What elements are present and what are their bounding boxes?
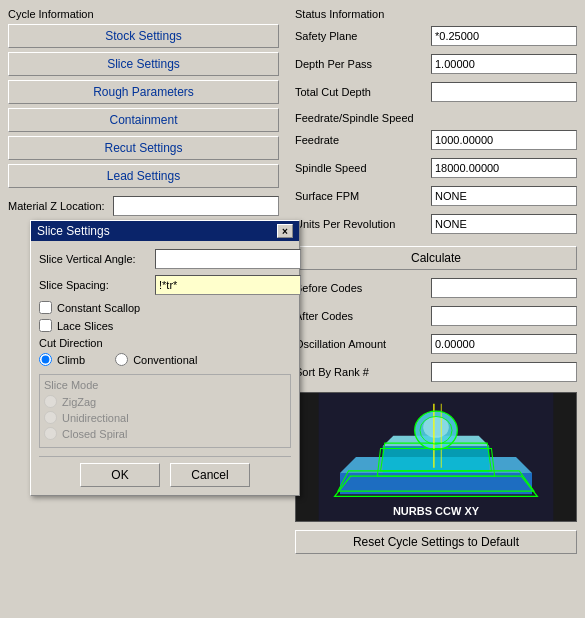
material-z-input[interactable] bbox=[113, 196, 279, 216]
feedrate-spindle-label: Feedrate/Spindle Speed bbox=[295, 112, 577, 124]
cut-direction-label: Cut Direction bbox=[39, 337, 291, 349]
total-cut-depth-input[interactable] bbox=[431, 82, 577, 102]
slice-vertical-angle-label: Slice Vertical Angle: bbox=[39, 253, 149, 265]
conventional-label: Conventional bbox=[133, 354, 197, 366]
before-codes-label: Before Codes bbox=[295, 282, 425, 294]
svg-marker-3 bbox=[383, 446, 490, 473]
slice-spacing-label: Slice Spacing: bbox=[39, 279, 149, 291]
spindle-speed-label: Spindle Speed bbox=[295, 162, 425, 174]
calculate-button[interactable]: Calculate bbox=[295, 246, 577, 270]
containment-button[interactable]: Containment bbox=[8, 108, 279, 132]
cut-direction-row: Climb Conventional bbox=[39, 353, 291, 370]
spindle-speed-row: Spindle Speed bbox=[295, 158, 577, 178]
stock-settings-button[interactable]: Stock Settings bbox=[8, 24, 279, 48]
cycle-info-label: Cycle Information bbox=[8, 8, 279, 20]
climb-row: Climb bbox=[39, 353, 85, 366]
material-z-label: Material Z Location: bbox=[8, 200, 105, 212]
slice-vertical-angle-row: Slice Vertical Angle: bbox=[39, 249, 291, 269]
constant-scallop-label: Constant Scallop bbox=[57, 302, 140, 314]
total-cut-depth-label: Total Cut Depth bbox=[295, 86, 425, 98]
units-per-rev-row: Units Per Revolution bbox=[295, 214, 577, 234]
constant-scallop-checkbox[interactable] bbox=[39, 301, 52, 314]
zigzag-label: ZigZag bbox=[62, 396, 96, 408]
zigzag-row: ZigZag bbox=[44, 395, 286, 408]
safety-plane-label: Safety Plane bbox=[295, 30, 425, 42]
sort-by-rank-label: Sort By Rank # bbox=[295, 366, 425, 378]
preview-box: NURBS CCW XY bbox=[295, 392, 577, 522]
cancel-button[interactable]: Cancel bbox=[170, 463, 250, 487]
preview-label: NURBS CCW XY bbox=[393, 505, 479, 517]
climb-radio[interactable] bbox=[39, 353, 52, 366]
conventional-radio[interactable] bbox=[115, 353, 128, 366]
depth-per-pass-label: Depth Per Pass bbox=[295, 58, 425, 70]
rough-parameters-button[interactable]: Rough Parameters bbox=[8, 80, 279, 104]
depth-per-pass-row: Depth Per Pass bbox=[295, 54, 577, 74]
closed-spiral-label: Closed Spiral bbox=[62, 428, 127, 440]
slice-mode-title: Slice Mode bbox=[44, 379, 286, 391]
constant-scallop-row: Constant Scallop bbox=[39, 301, 291, 314]
sort-by-rank-row: Sort By Rank # bbox=[295, 362, 577, 382]
safety-plane-row: Safety Plane bbox=[295, 26, 577, 46]
slice-mode-group: Slice Mode ZigZag Unidirectional Closed … bbox=[39, 374, 291, 448]
lace-slices-row: Lace Slices bbox=[39, 319, 291, 332]
before-codes-row: Before Codes bbox=[295, 278, 577, 298]
total-cut-depth-row: Total Cut Depth bbox=[295, 82, 577, 102]
reset-button[interactable]: Reset Cycle Settings to Default bbox=[295, 530, 577, 554]
surface-fpm-label: Surface FPM bbox=[295, 190, 425, 202]
surface-fpm-row: Surface FPM bbox=[295, 186, 577, 206]
before-codes-input[interactable] bbox=[431, 278, 577, 298]
lace-slices-label: Lace Slices bbox=[57, 320, 113, 332]
unidirectional-radio[interactable] bbox=[44, 411, 57, 424]
lace-slices-checkbox[interactable] bbox=[39, 319, 52, 332]
dialog-buttons: OK Cancel bbox=[39, 456, 291, 487]
slice-vertical-angle-input[interactable] bbox=[155, 249, 301, 269]
after-codes-row: After Codes bbox=[295, 306, 577, 326]
svg-point-6 bbox=[423, 416, 449, 437]
preview-svg bbox=[296, 393, 576, 521]
right-panel: Status Information Safety Plane Depth Pe… bbox=[287, 0, 585, 618]
slice-settings-button[interactable]: Slice Settings bbox=[8, 52, 279, 76]
climb-label: Climb bbox=[57, 354, 85, 366]
oscillation-amount-row: Oscillation Amount bbox=[295, 334, 577, 354]
spindle-speed-input[interactable] bbox=[431, 158, 577, 178]
feedrate-row: Feedrate bbox=[295, 130, 577, 150]
ok-button[interactable]: OK bbox=[80, 463, 160, 487]
oscillation-amount-input[interactable] bbox=[431, 334, 577, 354]
units-per-rev-label: Units Per Revolution bbox=[295, 218, 425, 230]
dialog-titlebar: Slice Settings × bbox=[31, 221, 299, 241]
lead-settings-button[interactable]: Lead Settings bbox=[8, 164, 279, 188]
after-codes-input[interactable] bbox=[431, 306, 577, 326]
conventional-row: Conventional bbox=[115, 353, 197, 366]
feedrate-input[interactable] bbox=[431, 130, 577, 150]
depth-per-pass-input[interactable] bbox=[431, 54, 577, 74]
slice-settings-dialog: Slice Settings × Slice Vertical Angle: S… bbox=[30, 220, 300, 496]
left-panel: Cycle Information Stock Settings Slice S… bbox=[0, 0, 287, 618]
closed-spiral-radio[interactable] bbox=[44, 427, 57, 440]
oscillation-amount-label: Oscillation Amount bbox=[295, 338, 425, 350]
dialog-title: Slice Settings bbox=[37, 224, 110, 238]
surface-fpm-input[interactable] bbox=[431, 186, 577, 206]
units-per-rev-input[interactable] bbox=[431, 214, 577, 234]
dialog-close-button[interactable]: × bbox=[277, 224, 293, 238]
zigzag-radio[interactable] bbox=[44, 395, 57, 408]
dialog-body: Slice Vertical Angle: Slice Spacing: Con… bbox=[31, 241, 299, 495]
after-codes-label: After Codes bbox=[295, 310, 425, 322]
status-info-label: Status Information bbox=[295, 8, 577, 20]
slice-spacing-input[interactable] bbox=[155, 275, 301, 295]
recut-settings-button[interactable]: Recut Settings bbox=[8, 136, 279, 160]
closed-spiral-row: Closed Spiral bbox=[44, 427, 286, 440]
material-z-row: Material Z Location: bbox=[8, 196, 279, 216]
safety-plane-input[interactable] bbox=[431, 26, 577, 46]
feedrate-label: Feedrate bbox=[295, 134, 425, 146]
unidirectional-row: Unidirectional bbox=[44, 411, 286, 424]
slice-spacing-row: Slice Spacing: bbox=[39, 275, 291, 295]
sort-by-rank-input[interactable] bbox=[431, 362, 577, 382]
unidirectional-label: Unidirectional bbox=[62, 412, 129, 424]
